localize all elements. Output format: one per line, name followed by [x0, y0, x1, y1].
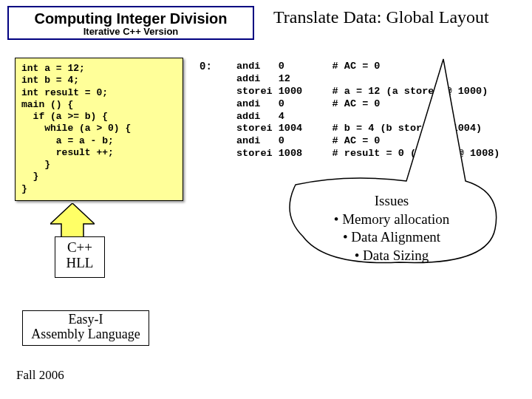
title-sub: Iterative C++ Version	[9, 26, 253, 37]
issues-callout: Issues • Memory allocation • Data Alignm…	[296, 192, 488, 265]
issues-bullet-2: • Data Alignment	[296, 228, 488, 247]
title-main: Computing Integer Division	[9, 10, 253, 27]
cpp-label-1: C++	[55, 240, 104, 256]
cpp-hll-box: C++ HLL	[55, 236, 105, 278]
issues-bullet-1: • Memory allocation	[296, 211, 488, 229]
easy-assembly-box: Easy-I Assembly Language	[22, 310, 149, 346]
easy-label-1: Easy-I	[23, 313, 149, 327]
asm-address-label: 0:	[200, 61, 212, 72]
issues-heading: Issues	[296, 192, 488, 211]
asm-code-block: andi 0 # AC = 0 addi 12 storei 1000 # a …	[236, 61, 499, 160]
issues-bullet-3: • Data Sizing	[296, 247, 488, 265]
footer-text: Fall 2006	[16, 368, 64, 383]
slide-title: Translate Data: Global Layout	[273, 7, 489, 27]
title-box: Computing Integer Division Iterative C++…	[7, 6, 254, 40]
cpp-label-2: HLL	[55, 256, 104, 271]
cpp-code-box: int a = 12; int b = 4; int result = 0; m…	[15, 58, 183, 201]
easy-label-2: Assembly Language	[23, 327, 149, 342]
